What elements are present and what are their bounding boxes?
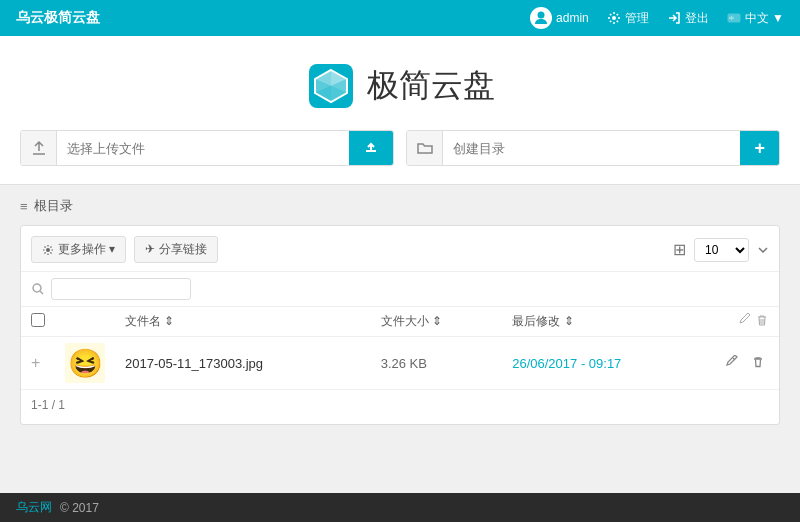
chevron-down-icon bbox=[757, 244, 769, 256]
folder-icon-btn[interactable] bbox=[407, 131, 443, 165]
upload-file-group bbox=[20, 130, 394, 166]
table-row: + 😆 2017-05-11_173003.jpg 3.26 KB 26/06/… bbox=[21, 337, 779, 390]
header: 乌云极简云盘 admin 管理 登出 中 中文 ▼ bbox=[0, 0, 800, 36]
col-size-label: 文件大小 ⇕ bbox=[381, 314, 442, 328]
svg-point-13 bbox=[33, 284, 41, 292]
upload-bar: + bbox=[20, 130, 780, 166]
breadcrumb: ≡ 根目录 bbox=[20, 197, 780, 215]
lang-switcher[interactable]: 中 中文 ▼ bbox=[727, 10, 784, 27]
edit-file-button[interactable] bbox=[721, 354, 747, 374]
hero-section: 极简云盘 + bbox=[0, 36, 800, 185]
manage-link[interactable]: 管理 bbox=[607, 10, 649, 27]
grid-view-button[interactable]: ⊞ bbox=[673, 240, 686, 259]
file-name-link[interactable]: 2017-05-11_173003.jpg bbox=[125, 356, 263, 371]
hero-title-text: 极简云盘 bbox=[367, 64, 495, 108]
manage-label: 管理 bbox=[625, 10, 649, 27]
create-folder-input[interactable] bbox=[443, 131, 740, 165]
file-table: 文件名 ⇕ 文件大小 ⇕ 最后修改 ⇕ + bbox=[21, 307, 779, 390]
delete-file-button[interactable] bbox=[747, 354, 769, 374]
hero-title-group: 极简云盘 bbox=[305, 60, 495, 112]
upload-icon bbox=[31, 140, 47, 156]
logout-label: 登出 bbox=[685, 10, 709, 27]
file-manager: 更多操作 ▾ ✈ 分享链接 ⊞ 10 20 50 100 bbox=[20, 225, 780, 425]
footer-brand-link[interactable]: 乌云网 bbox=[16, 499, 52, 516]
pagination: 1-1 / 1 bbox=[21, 390, 779, 414]
col-size[interactable]: 文件大小 ⇕ bbox=[371, 307, 503, 337]
user-avatar-item[interactable]: admin bbox=[530, 7, 589, 29]
more-ops-label: 更多操作 ▾ bbox=[58, 241, 115, 258]
brand-logo bbox=[305, 60, 357, 112]
col-check bbox=[21, 307, 55, 337]
more-ops-button[interactable]: 更多操作 ▾ bbox=[31, 236, 126, 263]
upload-icon-btn[interactable] bbox=[21, 131, 57, 165]
user-icon bbox=[533, 10, 549, 26]
footer-year: © 2017 bbox=[60, 501, 99, 515]
upload-arrow-icon bbox=[363, 140, 379, 156]
folder-icon bbox=[417, 140, 433, 156]
file-thumbnail: 😆 bbox=[65, 343, 105, 383]
col-thumb bbox=[55, 307, 115, 337]
logout-link[interactable]: 登出 bbox=[667, 10, 709, 27]
row-checkbox-cell: + bbox=[21, 337, 55, 390]
toolbar-right: ⊞ 10 20 50 100 bbox=[673, 238, 769, 262]
avatar bbox=[530, 7, 552, 29]
row-actions-cell bbox=[711, 337, 779, 390]
header-nav: admin 管理 登出 中 中文 ▼ bbox=[530, 7, 784, 29]
col-name-label: 文件名 ⇕ bbox=[125, 314, 174, 328]
gear-icon bbox=[42, 244, 54, 256]
upload-file-input[interactable] bbox=[57, 131, 349, 165]
breadcrumb-text: 根目录 bbox=[34, 197, 73, 215]
per-page-select[interactable]: 10 20 50 100 bbox=[694, 238, 749, 262]
edit-icon-header bbox=[738, 313, 752, 327]
username-label: admin bbox=[556, 11, 589, 25]
row-name-cell: 2017-05-11_173003.jpg bbox=[115, 337, 371, 390]
lang-label: 中文 ▼ bbox=[745, 10, 784, 27]
create-folder-group: + bbox=[406, 130, 780, 166]
svg-text:中: 中 bbox=[729, 15, 734, 21]
manage-icon bbox=[607, 11, 621, 25]
flag-icon: 中 bbox=[727, 11, 741, 25]
search-input[interactable] bbox=[51, 278, 191, 300]
svg-point-12 bbox=[46, 248, 50, 252]
header-title: 乌云极简云盘 bbox=[16, 9, 100, 27]
table-header-row: 文件名 ⇕ 文件大小 ⇕ 最后修改 ⇕ bbox=[21, 307, 779, 337]
share-link-label: ✈ 分享链接 bbox=[145, 241, 206, 258]
delete-icon-header bbox=[755, 313, 769, 327]
create-folder-button[interactable]: + bbox=[740, 131, 779, 165]
file-toolbar: 更多操作 ▾ ✈ 分享链接 ⊞ 10 20 50 100 bbox=[21, 236, 779, 272]
upload-submit-button[interactable] bbox=[349, 131, 393, 165]
svg-point-0 bbox=[538, 12, 545, 19]
toolbar-left: 更多操作 ▾ ✈ 分享链接 bbox=[31, 236, 218, 263]
add-row-icon[interactable]: + bbox=[31, 354, 40, 371]
select-all-checkbox[interactable] bbox=[31, 313, 45, 327]
svg-point-1 bbox=[612, 16, 616, 20]
share-link-button[interactable]: ✈ 分享链接 bbox=[134, 236, 217, 263]
row-date-cell: 26/06/2017 - 09:17 bbox=[502, 337, 711, 390]
footer: 乌云网 © 2017 bbox=[0, 493, 800, 522]
row-size-cell: 3.26 KB bbox=[371, 337, 503, 390]
pagination-text: 1-1 / 1 bbox=[31, 398, 65, 412]
col-name[interactable]: 文件名 ⇕ bbox=[115, 307, 371, 337]
main-content: ≡ 根目录 更多操作 ▾ ✈ 分享链接 ⊞ 10 20 50 bbox=[0, 185, 800, 493]
folder-plus-icon: + bbox=[754, 138, 765, 159]
col-modified[interactable]: 最后修改 ⇕ bbox=[502, 307, 711, 337]
logout-icon bbox=[667, 11, 681, 25]
row-thumb-cell: 😆 bbox=[55, 337, 115, 390]
breadcrumb-icon: ≡ bbox=[20, 199, 28, 214]
col-modified-label: 最后修改 ⇕ bbox=[512, 314, 573, 328]
search-row bbox=[21, 272, 779, 307]
search-icon bbox=[31, 282, 45, 296]
col-actions bbox=[711, 307, 779, 337]
